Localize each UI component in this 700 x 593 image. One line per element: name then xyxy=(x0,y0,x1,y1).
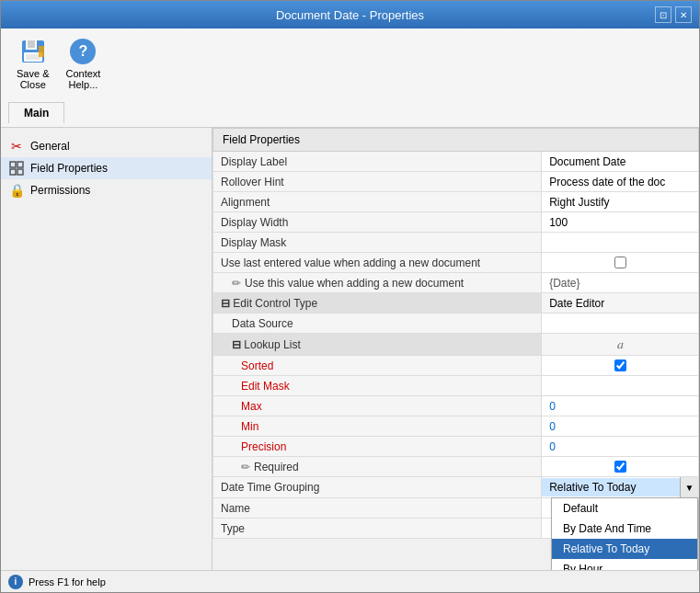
table-row: Max 0 xyxy=(213,396,699,416)
toolbar: Save &Close ? ContextHelp... Main xyxy=(1,29,699,128)
close-button[interactable]: ✕ xyxy=(675,6,692,23)
prop-value-datetime-grouping: Relative To Today ▼ Default By Date And … xyxy=(542,477,699,498)
prop-label-display-width: Display Width xyxy=(213,212,542,233)
svg-rect-6 xyxy=(10,162,16,167)
restore-button[interactable]: ⊡ xyxy=(655,6,671,23)
prop-label-rollover-hint: Rollover Hint xyxy=(213,172,542,192)
window-title: Document Date - Properties xyxy=(45,8,655,22)
prop-label-max: Max xyxy=(213,396,542,416)
datetime-grouping-selected-value: Relative To Today xyxy=(542,478,680,496)
sidebar-label-general: General xyxy=(30,140,70,153)
save-icon xyxy=(18,37,48,66)
properties-table: Field Properties Display Label Document … xyxy=(212,128,699,539)
title-bar: Document Date - Properties ⊡ ✕ xyxy=(1,1,699,29)
status-text: Press F1 for help xyxy=(29,576,106,587)
table-row: ⊟ Lookup List 𝑎 xyxy=(213,334,699,356)
prop-value-use-last xyxy=(542,253,699,273)
help-icon: ? xyxy=(68,37,98,66)
table-row: Edit Mask xyxy=(213,376,699,396)
prop-label-edit-mask: Edit Mask xyxy=(213,376,542,396)
context-help-label: ContextHelp... xyxy=(65,68,100,90)
svg-rect-7 xyxy=(17,162,23,167)
prop-value-required xyxy=(542,457,699,477)
prop-value-alignment: Right Justify xyxy=(542,192,699,212)
prop-value-display-label: Document Date xyxy=(542,152,699,172)
sorted-checkbox[interactable] xyxy=(614,359,626,371)
sidebar: ✂ General Field Properties 🔒 Permissions xyxy=(1,128,212,570)
prop-label-sorted: Sorted xyxy=(213,356,542,376)
prop-label-name: Name xyxy=(213,498,542,519)
grid-icon xyxy=(8,160,25,177)
table-section-header: Field Properties xyxy=(213,129,699,152)
use-last-checkbox[interactable] xyxy=(614,257,626,268)
table-row: Alignment Right Justify xyxy=(213,192,699,212)
datetime-grouping-popup: Default By Date And Time Relative To Tod… xyxy=(551,497,698,570)
sidebar-item-permissions[interactable]: 🔒 Permissions xyxy=(1,179,212,201)
svg-rect-4 xyxy=(26,54,40,60)
table-row: Sorted xyxy=(213,356,699,376)
prop-value-rollover-hint: Process date of the doc xyxy=(542,172,699,192)
scissors-icon: ✂ xyxy=(8,138,25,154)
prop-label-use-last: Use last entered value when adding a new… xyxy=(213,253,542,273)
save-close-button[interactable]: Save &Close xyxy=(8,32,57,95)
lock-icon: 🔒 xyxy=(8,182,25,199)
save-close-label: Save &Close xyxy=(17,68,49,90)
required-checkbox[interactable] xyxy=(614,461,626,473)
tab-main[interactable]: Main xyxy=(8,102,64,123)
sidebar-item-general[interactable]: ✂ General xyxy=(1,135,212,157)
table-row-datetime-grouping: Date Time Grouping Relative To Today ▼ D… xyxy=(213,477,699,498)
prop-value-lookup-list: 𝑎 xyxy=(542,334,699,356)
table-row: Min 0 xyxy=(213,416,699,437)
table-row: ⊟ Edit Control Type Date Editor xyxy=(213,293,699,314)
datetime-grouping-dropdown-wrapper: Relative To Today ▼ Default By Date And … xyxy=(542,477,698,497)
prop-value-data-source xyxy=(542,314,699,334)
sidebar-label-permissions: Permissions xyxy=(30,184,90,197)
prop-value-precision: 0 xyxy=(542,437,699,457)
content-area: ✂ General Field Properties 🔒 Permissions xyxy=(1,128,699,570)
main-panel: Field Properties Display Label Document … xyxy=(212,128,699,570)
dropdown-option-by-date-and-time[interactable]: By Date And Time xyxy=(552,519,697,539)
prop-value-edit-mask xyxy=(542,376,699,396)
pencil-icon-required: ✏ xyxy=(241,461,250,473)
svg-marker-5 xyxy=(39,46,44,57)
context-help-button[interactable]: ? ContextHelp... xyxy=(57,32,109,95)
prop-value-sorted xyxy=(542,356,699,376)
table-row: Rollover Hint Process date of the doc xyxy=(213,172,699,192)
prop-value-display-width: 100 xyxy=(542,212,699,233)
prop-value-max: 0 xyxy=(542,396,699,416)
prop-label-precision: Precision xyxy=(213,437,542,457)
table-row: ✏Required xyxy=(213,457,699,477)
sidebar-item-field-properties[interactable]: Field Properties xyxy=(1,157,212,179)
prop-label-datetime-grouping: Date Time Grouping xyxy=(213,477,542,498)
pencil-icon: ✏ xyxy=(232,277,241,290)
title-controls: ⊡ ✕ xyxy=(655,6,692,23)
prop-label-use-this: ✏Use this value when adding a new docume… xyxy=(213,273,542,293)
svg-rect-2 xyxy=(28,40,35,48)
table-row: Precision 0 xyxy=(213,437,699,457)
prop-value-min: 0 xyxy=(542,416,699,437)
table-row: Display Mask xyxy=(213,233,699,253)
dropdown-option-by-hour[interactable]: By Hour xyxy=(552,559,697,570)
dropdown-option-relative-to-today[interactable]: Relative To Today xyxy=(552,539,697,559)
svg-rect-9 xyxy=(17,169,23,175)
svg-rect-8 xyxy=(10,169,16,175)
prop-label-data-source: Data Source xyxy=(213,314,542,334)
status-bar: i Press F1 for help xyxy=(1,570,699,592)
table-row: Display Label Document Date xyxy=(213,152,699,172)
table-row: Data Source xyxy=(213,314,699,334)
prop-label-min: Min xyxy=(213,416,542,437)
main-window: Document Date - Properties ⊡ ✕ xyxy=(0,0,700,593)
datetime-grouping-dropdown-button[interactable]: ▼ xyxy=(680,477,698,497)
prop-label-required: ✏Required xyxy=(213,457,542,477)
prop-label-display-label: Display Label xyxy=(213,152,542,172)
prop-value-edit-control: Date Editor xyxy=(542,293,699,314)
prop-label-alignment: Alignment xyxy=(213,192,542,212)
table-row: Use last entered value when adding a new… xyxy=(213,253,699,273)
prop-label-display-mask: Display Mask xyxy=(213,233,542,253)
dropdown-option-default[interactable]: Default xyxy=(552,498,697,519)
prop-label-edit-control: ⊟ Edit Control Type xyxy=(213,293,542,314)
prop-value-display-mask xyxy=(542,233,699,253)
table-row: Display Width 100 xyxy=(213,212,699,233)
prop-label-type: Type xyxy=(213,519,542,539)
table-row: ✏Use this value when adding a new docume… xyxy=(213,273,699,293)
